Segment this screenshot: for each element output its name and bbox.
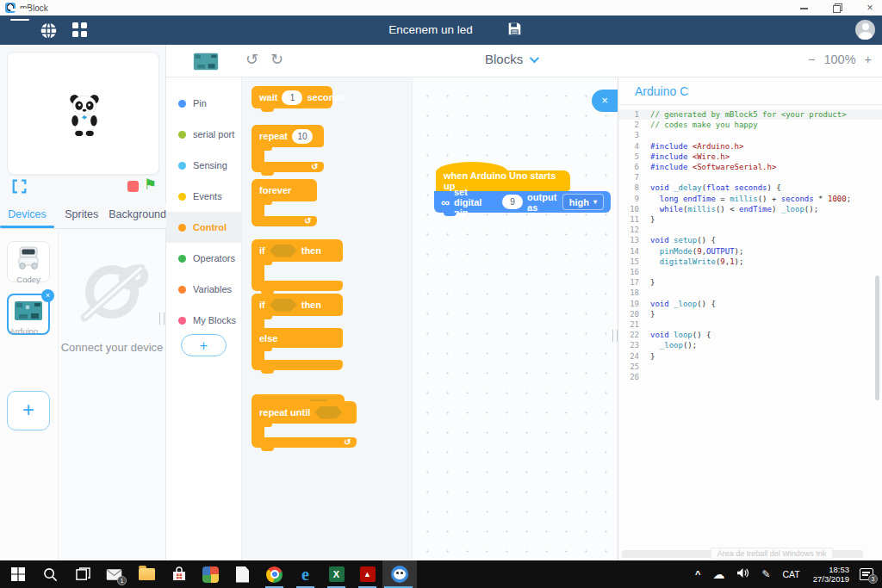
notifications-icon[interactable]: 3 <box>860 568 873 580</box>
mblock-taskbar-icon[interactable] <box>382 560 417 588</box>
code-line: 12 <box>618 225 882 235</box>
palette-category-events[interactable]: Events <box>166 181 241 212</box>
palette-category-serial-port[interactable]: serial port <box>166 119 241 150</box>
stage-controls: ⚑ <box>0 178 166 197</box>
redo-icon[interactable]: ↻ <box>270 50 283 69</box>
photos-app-icon[interactable] <box>195 560 227 588</box>
close-button[interactable]: × <box>865 3 875 13</box>
block-if-then[interactable]: if then <box>252 239 343 291</box>
palette-category-my-blocks[interactable]: My Blocks <box>166 305 241 336</box>
device-card-codey[interactable]: Codey <box>7 241 50 282</box>
code-line: 21 <box>618 319 882 330</box>
code-panel: Arduino C 1// generated by mBlock5 for <… <box>618 77 882 560</box>
stop-button[interactable] <box>127 181 139 192</box>
tab-devices[interactable]: Devices <box>0 202 54 228</box>
palette-category-variables[interactable]: Variables <box>166 274 241 305</box>
code-line: 15 digitalWrite(9,1); <box>618 257 882 267</box>
green-flag-button[interactable]: ⚑ <box>144 176 157 194</box>
script-area[interactable]: when Arduino Uno starts up ∞ set digital… <box>412 77 618 560</box>
caret-down-icon: ▾ <box>593 198 597 206</box>
category-color-dot <box>178 224 186 232</box>
palette-category-pin[interactable]: Pin <box>166 88 241 119</box>
category-color-dot <box>178 317 186 325</box>
language-indicator[interactable]: CAT <box>783 569 800 579</box>
mode-dropdown[interactable]: Blocks <box>485 52 537 66</box>
block-if-then-else[interactable]: if then else <box>252 294 343 370</box>
block-palette: Pinserial portSensingEventsControlOperat… <box>166 77 242 560</box>
acrobat-icon[interactable]: ▲ <box>351 560 383 588</box>
zoom-in-button[interactable]: + <box>865 53 872 66</box>
palette-category-sensing[interactable]: Sensing <box>166 150 241 181</box>
file-explorer-icon[interactable] <box>131 560 163 588</box>
block-repeat-until[interactable]: repeat until ↻ <box>252 401 357 448</box>
maximize-button[interactable] <box>832 3 842 13</box>
code-line: 16 <box>618 267 882 277</box>
windows-ink-icon[interactable]: ✎ <box>761 568 770 580</box>
device-card-arduino[interactable]: × Arduino ... <box>7 294 50 335</box>
remove-device-icon[interactable]: × <box>41 289 54 302</box>
category-label: Sensing <box>193 160 227 170</box>
document-app-icon[interactable] <box>227 560 258 588</box>
tab-background[interactable]: Background <box>109 202 166 228</box>
search-icon[interactable] <box>34 560 66 588</box>
close-code-panel-button[interactable]: × <box>592 90 618 112</box>
left-panel: ⚑ Devices Sprites Background Codey × <box>0 45 166 560</box>
panda-sprite[interactable] <box>66 93 102 136</box>
menu-icon[interactable] <box>10 9 29 21</box>
category-label: Events <box>193 191 222 201</box>
user-avatar[interactable] <box>855 20 875 40</box>
category-color-dot <box>178 100 186 108</box>
mail-icon[interactable]: 1 <box>98 560 130 588</box>
pin-number-input[interactable]: 9 <box>502 195 523 209</box>
left-panel-resize-handle[interactable] <box>159 313 165 325</box>
zoom-controls: − 100% + <box>808 53 872 66</box>
code-line: 14 pinMode(9,OUTPUT); <box>618 246 882 257</box>
code-vertical-scrollbar[interactable] <box>875 275 879 400</box>
undo-icon[interactable]: ↺ <box>245 50 258 69</box>
start-button[interactable] <box>2 560 34 588</box>
task-view-icon[interactable] <box>67 560 99 588</box>
add-extension-button[interactable]: + <box>181 334 227 356</box>
code-panel-resize-handle[interactable] <box>612 330 618 342</box>
condition-input[interactable] <box>314 406 342 419</box>
microsoft-store-icon[interactable] <box>163 560 195 588</box>
add-device-button[interactable]: + <box>7 391 50 430</box>
repeat-value-input[interactable]: 10 <box>292 129 313 144</box>
volume-icon[interactable] <box>736 566 749 582</box>
output-level-dropdown[interactable]: high ▾ <box>562 194 604 210</box>
tab-sprites[interactable]: Sprites <box>54 202 109 228</box>
edge-icon[interactable]: e <box>289 560 321 588</box>
block-set-digital-pin[interactable]: ∞ set digital pin 9 output as high ▾ <box>434 191 611 213</box>
palette-category-control[interactable]: Control <box>166 212 241 243</box>
codey-device-image <box>16 244 41 270</box>
block-forever[interactable]: forever ↻ <box>252 179 317 226</box>
condition-input[interactable] <box>270 299 297 312</box>
taskbar-tooltip: Àrea de treball del Windows Ink <box>711 548 833 560</box>
onedrive-cloud-icon[interactable]: ☁ <box>712 567 724 581</box>
minimize-button[interactable] <box>799 3 810 13</box>
condition-input[interactable] <box>270 244 297 257</box>
tray-expand-icon[interactable]: ^ <box>695 569 700 579</box>
code-line: 13void setup() { <box>618 235 882 245</box>
chrome-icon[interactable] <box>258 560 290 588</box>
save-icon[interactable] <box>507 22 522 36</box>
stage[interactable] <box>7 52 159 175</box>
code-language-title: Arduino C <box>635 84 688 98</box>
disconnected-icon <box>72 261 152 325</box>
block-repeat[interactable]: repeat 10 ↻ <box>252 125 324 172</box>
wait-value-input[interactable]: 1 <box>282 90 302 105</box>
code-line: 19void _loop() { <box>618 299 882 309</box>
loop-arrow-icon: ↻ <box>344 438 351 447</box>
block-wait[interactable]: wait 1 seconds <box>252 86 332 108</box>
code-line: 17} <box>618 277 882 288</box>
code-line: 26 <box>618 372 882 382</box>
clock[interactable]: 18:53 27/3/2019 <box>813 565 849 584</box>
palette-category-operators[interactable]: Operators <box>166 243 241 274</box>
code-line: 10 while(millis() < endTime) _loop(); <box>618 204 882 214</box>
excel-icon[interactable]: X <box>320 560 352 588</box>
code-line: 4#include <Arduino.h> <box>618 141 882 152</box>
fullscreen-icon[interactable] <box>12 179 27 194</box>
tray-date: 27/3/2019 <box>813 574 849 584</box>
zoom-out-button[interactable]: − <box>808 53 815 66</box>
code-line: 8void _delay(float seconds) { <box>618 183 882 193</box>
